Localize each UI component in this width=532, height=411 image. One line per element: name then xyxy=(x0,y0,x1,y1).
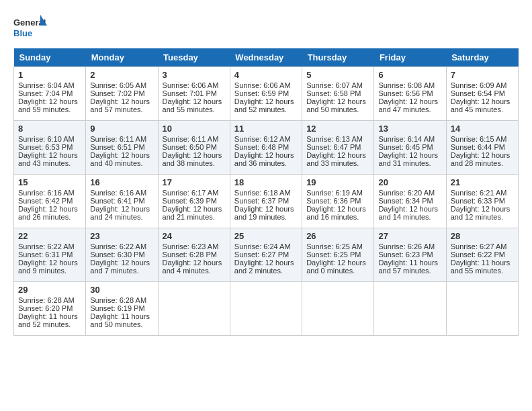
sunset-label: Sunset: 6:44 PM xyxy=(451,143,505,151)
sunrise-label: Sunrise: 6:13 AM xyxy=(306,135,363,143)
sunset-label: Sunset: 6:59 PM xyxy=(234,89,289,97)
sunrise-label: Sunrise: 6:28 AM xyxy=(18,296,75,304)
calendar-cell: 21 Sunrise: 6:21 AM Sunset: 6:33 PM Dayl… xyxy=(446,175,518,228)
sunset-label: Sunset: 6:42 PM xyxy=(18,197,73,205)
sunrise-label: Sunrise: 6:06 AM xyxy=(234,81,291,89)
weekday-header-tuesday: Tuesday xyxy=(158,48,230,67)
daylight-label: Daylight: 12 hours and 59 minutes. xyxy=(18,97,78,113)
day-number: 14 xyxy=(451,124,514,134)
sunset-label: Sunset: 6:33 PM xyxy=(451,197,505,205)
daylight-label: Daylight: 12 hours and 7 minutes. xyxy=(90,259,150,275)
calendar-cell: 23 Sunrise: 6:22 AM Sunset: 6:30 PM Dayl… xyxy=(86,228,158,282)
sunrise-label: Sunrise: 6:05 AM xyxy=(90,81,146,89)
daylight-label: Daylight: 12 hours and 14 minutes. xyxy=(378,205,438,221)
sunrise-label: Sunrise: 6:12 AM xyxy=(234,135,291,143)
day-number: 15 xyxy=(18,177,81,187)
sunset-label: Sunset: 6:37 PM xyxy=(234,197,289,205)
daylight-label: Daylight: 12 hours and 36 minutes. xyxy=(234,151,294,167)
calendar-cell: 25 Sunrise: 6:24 AM Sunset: 6:27 PM Dayl… xyxy=(230,228,302,282)
sunrise-label: Sunrise: 6:28 AM xyxy=(90,296,146,304)
sunset-label: Sunset: 6:36 PM xyxy=(306,197,361,205)
sunrise-label: Sunrise: 6:26 AM xyxy=(378,242,435,250)
logo-svg: General Blue xyxy=(13,13,47,42)
calendar-cell: 14 Sunrise: 6:15 AM Sunset: 6:44 PM Dayl… xyxy=(446,121,518,175)
sunrise-label: Sunrise: 6:11 AM xyxy=(90,135,146,143)
weekday-header-wednesday: Wednesday xyxy=(230,48,302,67)
calendar-cell xyxy=(158,282,230,336)
sunrise-label: Sunrise: 6:23 AM xyxy=(163,242,219,250)
daylight-label: Daylight: 12 hours and 38 minutes. xyxy=(163,151,222,167)
sunset-label: Sunset: 6:22 PM xyxy=(451,250,505,259)
day-number: 13 xyxy=(378,124,441,134)
sunrise-label: Sunrise: 6:04 AM xyxy=(18,81,75,89)
day-number: 4 xyxy=(234,70,298,80)
sunset-label: Sunset: 6:25 PM xyxy=(306,250,361,259)
calendar-week-1: 1 Sunrise: 6:04 AM Sunset: 7:04 PM Dayli… xyxy=(14,67,519,121)
day-number: 19 xyxy=(306,177,369,187)
sunset-label: Sunset: 6:19 PM xyxy=(90,304,144,312)
day-number: 1 xyxy=(18,70,81,80)
day-number: 10 xyxy=(163,124,226,134)
sunrise-label: Sunrise: 6:21 AM xyxy=(451,189,507,197)
sunrise-label: Sunrise: 6:06 AM xyxy=(163,81,219,89)
sunrise-label: Sunrise: 6:27 AM xyxy=(451,242,507,250)
day-number: 28 xyxy=(451,231,514,241)
day-number: 29 xyxy=(18,285,81,295)
day-number: 26 xyxy=(306,231,369,241)
sunset-label: Sunset: 6:34 PM xyxy=(378,197,433,205)
daylight-label: Daylight: 12 hours and 9 minutes. xyxy=(18,259,78,275)
sunset-label: Sunset: 6:31 PM xyxy=(18,250,73,259)
calendar-cell: 12 Sunrise: 6:13 AM Sunset: 6:47 PM Dayl… xyxy=(302,121,374,175)
daylight-label: Daylight: 12 hours and 19 minutes. xyxy=(234,205,294,221)
daylight-label: Daylight: 11 hours and 57 minutes. xyxy=(378,259,438,275)
calendar-cell: 3 Sunrise: 6:06 AM Sunset: 7:01 PM Dayli… xyxy=(158,67,230,121)
calendar-cell: 10 Sunrise: 6:11 AM Sunset: 6:50 PM Dayl… xyxy=(158,121,230,175)
sunrise-label: Sunrise: 6:22 AM xyxy=(18,242,75,250)
sunrise-label: Sunrise: 6:07 AM xyxy=(306,81,363,89)
daylight-label: Daylight: 11 hours and 55 minutes. xyxy=(451,259,511,275)
calendar-cell: 17 Sunrise: 6:17 AM Sunset: 6:39 PM Dayl… xyxy=(158,175,230,228)
sunrise-label: Sunrise: 6:25 AM xyxy=(306,242,363,250)
sunset-label: Sunset: 6:30 PM xyxy=(90,250,144,259)
calendar-cell: 7 Sunrise: 6:09 AM Sunset: 6:54 PM Dayli… xyxy=(446,67,518,121)
sunset-label: Sunset: 6:41 PM xyxy=(90,197,144,205)
calendar-cell: 1 Sunrise: 6:04 AM Sunset: 7:04 PM Dayli… xyxy=(14,67,86,121)
daylight-label: Daylight: 12 hours and 24 minutes. xyxy=(90,205,150,221)
day-number: 8 xyxy=(18,124,81,134)
day-number: 21 xyxy=(451,177,514,187)
daylight-label: Daylight: 12 hours and 45 minutes. xyxy=(451,97,511,113)
weekday-header-row: SundayMondayTuesdayWednesdayThursdayFrid… xyxy=(14,48,519,67)
calendar-cell: 9 Sunrise: 6:11 AM Sunset: 6:51 PM Dayli… xyxy=(86,121,158,175)
daylight-label: Daylight: 12 hours and 40 minutes. xyxy=(90,151,150,167)
sunrise-label: Sunrise: 6:11 AM xyxy=(163,135,219,143)
day-number: 12 xyxy=(306,124,369,134)
sunrise-label: Sunrise: 6:09 AM xyxy=(451,81,507,89)
calendar-cell: 6 Sunrise: 6:08 AM Sunset: 6:56 PM Dayli… xyxy=(374,67,446,121)
calendar-week-5: 29 Sunrise: 6:28 AM Sunset: 6:20 PM Dayl… xyxy=(14,282,519,336)
calendar-cell: 22 Sunrise: 6:22 AM Sunset: 6:31 PM Dayl… xyxy=(14,228,86,282)
calendar-table: SundayMondayTuesdayWednesdayThursdayFrid… xyxy=(13,48,519,336)
calendar-cell: 4 Sunrise: 6:06 AM Sunset: 6:59 PM Dayli… xyxy=(230,67,302,121)
calendar-cell xyxy=(446,282,518,336)
weekday-header-sunday: Sunday xyxy=(14,48,86,67)
calendar-cell: 26 Sunrise: 6:25 AM Sunset: 6:25 PM Dayl… xyxy=(302,228,374,282)
day-number: 16 xyxy=(90,177,153,187)
calendar-cell: 13 Sunrise: 6:14 AM Sunset: 6:45 PM Dayl… xyxy=(374,121,446,175)
weekday-header-friday: Friday xyxy=(374,48,446,67)
daylight-label: Daylight: 12 hours and 52 minutes. xyxy=(234,97,294,113)
day-number: 27 xyxy=(378,231,441,241)
svg-marker-2 xyxy=(40,15,47,26)
sunrise-label: Sunrise: 6:08 AM xyxy=(378,81,435,89)
calendar-cell: 30 Sunrise: 6:28 AM Sunset: 6:19 PM Dayl… xyxy=(86,282,158,336)
daylight-label: Daylight: 12 hours and 26 minutes. xyxy=(18,205,78,221)
daylight-label: Daylight: 12 hours and 4 minutes. xyxy=(163,259,222,275)
sunset-label: Sunset: 6:23 PM xyxy=(378,250,433,259)
logo: General Blue xyxy=(13,13,47,42)
day-number: 11 xyxy=(234,124,298,134)
weekday-header-thursday: Thursday xyxy=(302,48,374,67)
calendar-cell xyxy=(230,282,302,336)
sunrise-label: Sunrise: 6:16 AM xyxy=(18,189,75,197)
day-number: 6 xyxy=(378,70,441,80)
calendar-week-3: 15 Sunrise: 6:16 AM Sunset: 6:42 PM Dayl… xyxy=(14,175,519,228)
daylight-label: Daylight: 12 hours and 43 minutes. xyxy=(18,151,78,167)
